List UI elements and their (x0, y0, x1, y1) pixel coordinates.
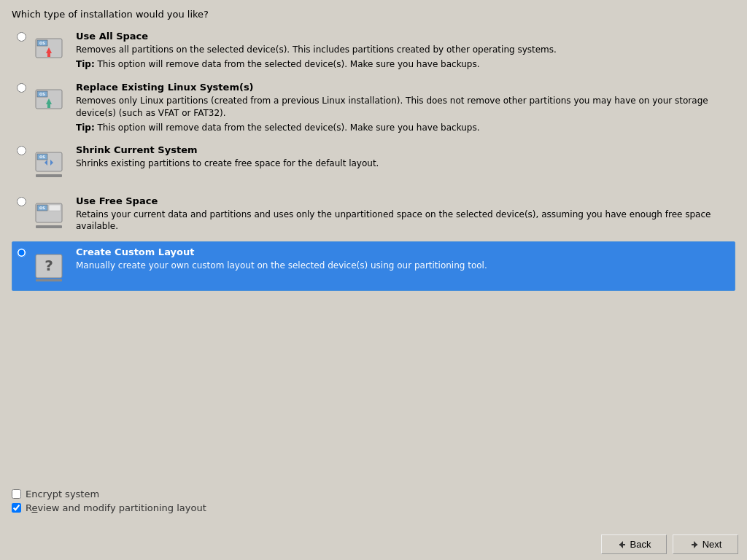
encrypt-label[interactable]: Encrypt system (26, 489, 99, 499)
desc-use-all-space: Removes all partitions on the selected d… (76, 44, 730, 56)
radio-shrink[interactable] (17, 146, 26, 155)
svg-rect-19 (49, 205, 61, 211)
content-free-space: Use Free SpaceRetains your current data … (76, 195, 730, 233)
svg-rect-25 (619, 544, 625, 545)
back-icon (617, 540, 627, 550)
review-checkbox-row[interactable]: Review and modify partitioning layout (12, 502, 206, 513)
radio-use-all-space[interactable] (17, 32, 26, 42)
radio-free-space[interactable] (17, 197, 26, 206)
tip-replace-linux: Tip: This option will remove data from t… (76, 122, 730, 133)
desc-replace-linux: Removes only Linux partitions (created f… (76, 95, 730, 120)
svg-rect-20 (36, 225, 62, 228)
svg-text:OS: OS (39, 155, 45, 159)
svg-text:OS: OS (39, 206, 45, 210)
encrypt-checkbox[interactable] (12, 489, 21, 499)
icon-use-all-space: OS (29, 31, 69, 70)
content-use-all-space: Use All SpaceRemoves all partitions on t… (76, 31, 730, 69)
radio-wrap-replace-linux (17, 83, 26, 95)
svg-rect-9 (47, 104, 50, 108)
svg-text:OS: OS (39, 92, 45, 96)
back-button[interactable]: Back (601, 534, 667, 554)
svg-rect-15 (36, 174, 62, 177)
option-row-shrink[interactable]: OSShrink Current SystemShrinks existing … (12, 139, 735, 189)
content-replace-linux: Replace Existing Linux System(s)Removes … (76, 82, 730, 133)
review-checkbox[interactable] (12, 503, 21, 513)
back-label: Back (630, 539, 651, 550)
option-row-replace-linux[interactable]: OSReplace Existing Linux System(s)Remove… (12, 77, 735, 138)
svg-rect-4 (47, 53, 50, 57)
bottom-options: Encrypt system Review and modify partiti… (12, 489, 206, 516)
content-custom: Create Custom LayoutManually create your… (76, 246, 730, 272)
desc-shrink: Shrinks existing partitions to create fr… (76, 158, 730, 170)
next-label: Next (703, 539, 722, 550)
title-replace-linux: Replace Existing Linux System(s) (76, 82, 730, 93)
option-row-custom[interactable]: ?Create Custom LayoutManually create you… (12, 241, 735, 291)
page-title: Which type of installation would you lik… (0, 0, 747, 26)
icon-custom: ? (29, 246, 69, 286)
desc-custom: Manually create your own custom layout o… (76, 260, 730, 272)
next-button[interactable]: Next (673, 534, 738, 554)
radio-wrap-shrink (17, 146, 26, 158)
icon-replace-linux: OS (29, 82, 69, 121)
options-list: OSUse All SpaceRemoves all partitions on… (0, 26, 747, 291)
icon-free-space: OS (29, 195, 69, 235)
svg-text:OS: OS (39, 41, 45, 45)
review-label[interactable]: Review and modify partitioning layout (26, 502, 206, 513)
option-row-use-all-space[interactable]: OSUse All SpaceRemoves all partitions on… (12, 26, 735, 75)
radio-replace-linux[interactable] (17, 83, 26, 93)
title-custom: Create Custom Layout (76, 246, 730, 257)
title-shrink: Shrink Current System (76, 144, 730, 155)
svg-rect-23 (36, 279, 62, 281)
icon-shrink: OS (29, 144, 69, 184)
content-shrink: Shrink Current SystemShrinks existing pa… (76, 144, 730, 170)
radio-custom[interactable] (17, 248, 26, 257)
radio-wrap-free-space (17, 197, 26, 209)
radio-wrap-use-all-space (17, 32, 26, 44)
option-row-free-space[interactable]: OSUse Free SpaceRetains your current dat… (12, 190, 735, 240)
desc-free-space: Retains your current data and partitions… (76, 209, 730, 233)
title-use-all-space: Use All Space (76, 31, 730, 42)
radio-wrap-custom (17, 248, 26, 260)
svg-rect-27 (692, 544, 697, 545)
title-free-space: Use Free Space (76, 195, 730, 206)
next-icon (689, 540, 700, 550)
tip-use-all-space: Tip: This option will remove data from t… (76, 59, 730, 69)
svg-text:?: ? (44, 257, 53, 274)
encrypt-checkbox-row[interactable]: Encrypt system (12, 489, 206, 499)
button-bar: Back Next (601, 534, 738, 554)
